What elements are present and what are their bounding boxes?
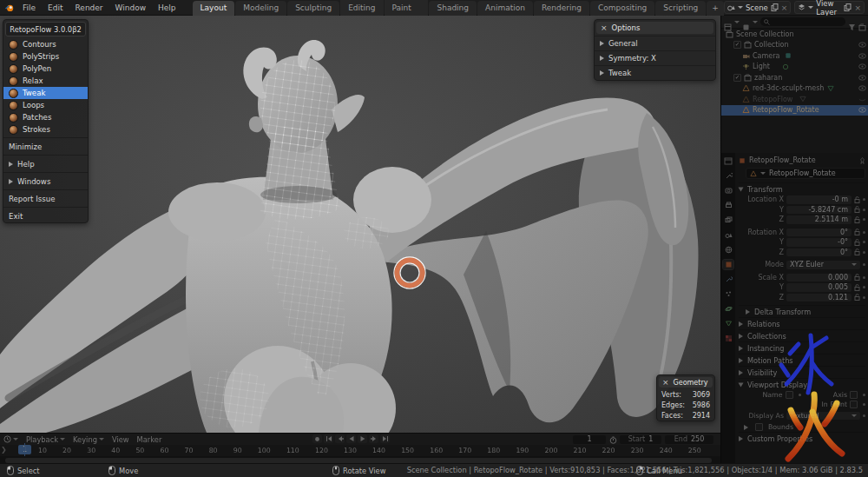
- minimize-button[interactable]: Minimize: [3, 140, 88, 153]
- lock-open-icon[interactable]: [854, 284, 860, 291]
- windows-section[interactable]: Windows: [3, 175, 88, 188]
- rotation-x-field[interactable]: 0°: [786, 229, 852, 237]
- play-reverse-button[interactable]: [346, 434, 356, 443]
- animate-dot-icon[interactable]: [863, 251, 865, 254]
- eye-icon[interactable]: [858, 85, 866, 91]
- in-front-checkbox[interactable]: [850, 401, 858, 408]
- animate-dot-icon[interactable]: [863, 403, 865, 406]
- view-layer-selector[interactable]: View Layer ×: [794, 1, 865, 14]
- outliner-row-collection[interactable]: ✓ Collection: [721, 40, 868, 51]
- scale-z-field[interactable]: 0.121: [786, 294, 852, 302]
- rotation-mode-dropdown[interactable]: XYZ Euler: [786, 261, 860, 269]
- tab-tool[interactable]: [723, 171, 733, 181]
- rotation-y-field[interactable]: -0°: [786, 238, 852, 247]
- tab-uv-editing[interactable]: UV Editing: [340, 0, 383, 16]
- lock-open-icon[interactable]: [854, 206, 860, 213]
- new-collection-icon[interactable]: [858, 18, 866, 26]
- name-checkbox[interactable]: [786, 391, 793, 399]
- location-z-field[interactable]: 2.5114 m: [786, 215, 852, 224]
- exit-button[interactable]: Exit: [3, 209, 88, 222]
- animate-dot-icon[interactable]: [863, 218, 865, 221]
- scale-x-field[interactable]: 0.000: [786, 274, 852, 282]
- tab-view-layer[interactable]: [723, 215, 733, 225]
- lock-open-icon[interactable]: [854, 294, 860, 301]
- blender-logo-icon[interactable]: [5, 3, 13, 11]
- tool-patches[interactable]: Patches: [3, 111, 88, 123]
- animate-dot-icon[interactable]: [863, 241, 865, 243]
- scale-y-field[interactable]: 0.005: [786, 283, 852, 292]
- tab-object[interactable]: [723, 260, 733, 269]
- animate-dot-icon[interactable]: [863, 286, 865, 288]
- tab-render[interactable]: [723, 186, 733, 195]
- animate-dot-icon[interactable]: [863, 394, 865, 396]
- lock-open-icon[interactable]: [854, 229, 860, 235]
- tab-output[interactable]: [723, 201, 733, 210]
- location-y-field[interactable]: -5.8247 cm: [786, 206, 852, 215]
- lock-open-icon[interactable]: [854, 196, 860, 203]
- keying-menu[interactable]: Keying: [73, 435, 104, 444]
- menu-window[interactable]: Window: [109, 0, 153, 16]
- lock-open-icon[interactable]: [854, 248, 860, 255]
- animate-dot-icon[interactable]: [863, 296, 865, 299]
- delta-transform-section[interactable]: Delta Transform: [739, 305, 865, 317]
- pin-icon[interactable]: [859, 157, 865, 164]
- tab-modeling[interactable]: Modeling: [235, 1, 286, 16]
- menu-edit[interactable]: Edit: [42, 0, 69, 16]
- outliner-row-retopoflow-rotate[interactable]: RetopoFlow_Rotate: [721, 105, 868, 116]
- tab-particles[interactable]: [723, 289, 733, 299]
- eye-icon[interactable]: [858, 42, 866, 48]
- scrollbar-handle[interactable]: [5, 458, 712, 463]
- remove-view-layer-icon[interactable]: ×: [854, 4, 861, 11]
- help-section[interactable]: Help: [3, 157, 88, 170]
- eye-icon[interactable]: [858, 63, 866, 70]
- new-scene-icon[interactable]: [771, 3, 779, 11]
- tab-object-data[interactable]: [723, 319, 733, 328]
- current-frame-field[interactable]: 1: [573, 435, 606, 444]
- transform-section-header[interactable]: Transform: [739, 182, 865, 195]
- collection-checkbox[interactable]: ✓: [733, 74, 741, 82]
- tab-physics[interactable]: [723, 304, 733, 314]
- new-view-layer-icon[interactable]: [844, 3, 852, 11]
- eye-closed-icon[interactable]: [858, 96, 866, 103]
- add-workspace-button[interactable]: +: [707, 1, 724, 16]
- tab-animation[interactable]: Animation: [477, 1, 533, 16]
- outliner-search-input[interactable]: [760, 17, 845, 26]
- tab-layout[interactable]: Layout: [193, 1, 235, 16]
- object-name-field[interactable]: RetopoFlow_Rotate: [746, 168, 865, 179]
- filter-icon[interactable]: [848, 18, 856, 26]
- viewport-display-section[interactable]: Viewport Display: [739, 378, 865, 390]
- outliner-row-scene-collection[interactable]: Scene Collection: [721, 29, 868, 40]
- tool-polystrips[interactable]: PolyStrips: [3, 50, 88, 63]
- location-x-field[interactable]: -0 m: [786, 195, 852, 204]
- playback-menu[interactable]: Playback: [26, 435, 65, 444]
- close-options-icon[interactable]: ×: [601, 24, 608, 31]
- custom-properties-section[interactable]: Custom Properties: [739, 432, 865, 444]
- motion-paths-section[interactable]: Motion Paths: [739, 354, 865, 366]
- tool-tweak[interactable]: Tweak: [3, 87, 88, 99]
- menu-render[interactable]: Render: [69, 0, 109, 16]
- options-symmetry-section[interactable]: Symmetry: X: [595, 50, 715, 65]
- tab-sculpting[interactable]: Sculpting: [287, 1, 339, 16]
- animate-dot-icon[interactable]: [863, 414, 865, 417]
- instancing-section[interactable]: Instancing: [739, 341, 865, 354]
- view-menu[interactable]: View: [112, 435, 129, 444]
- editor-type-icon[interactable]: [724, 18, 732, 26]
- outliner-row-light[interactable]: Light: [721, 62, 868, 73]
- jump-to-end-button[interactable]: [380, 434, 390, 443]
- eye-icon[interactable]: [858, 107, 866, 113]
- animate-dot-icon[interactable]: [863, 231, 865, 234]
- tab-shading[interactable]: Shading: [429, 1, 477, 16]
- collections-section[interactable]: Collections: [739, 329, 865, 341]
- tab-modifiers[interactable]: [723, 275, 733, 284]
- menu-file[interactable]: File: [16, 0, 42, 16]
- rotation-z-field[interactable]: 0°: [786, 248, 852, 257]
- visibility-section[interactable]: Visibility: [739, 366, 865, 378]
- axis-checkbox[interactable]: [850, 391, 858, 399]
- tool-relax[interactable]: Relax: [3, 75, 88, 87]
- lock-open-icon[interactable]: [854, 216, 860, 223]
- outliner-row-retopoflow[interactable]: RetopoFlow: [721, 94, 868, 105]
- options-tweak-section[interactable]: Tweak: [595, 65, 715, 80]
- collection-checkbox[interactable]: ✓: [733, 41, 741, 49]
- jump-to-next-keyframe-button[interactable]: [369, 434, 378, 443]
- marker-menu[interactable]: Marker: [137, 435, 162, 444]
